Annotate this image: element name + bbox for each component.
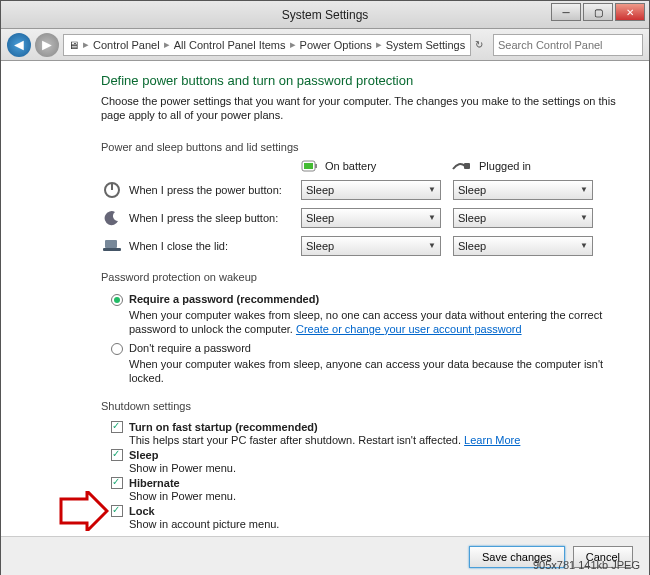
power-icon xyxy=(101,179,123,201)
minimize-button[interactable]: ─ xyxy=(551,3,581,21)
svg-rect-3 xyxy=(464,163,470,169)
breadcrumb-item[interactable]: All Control Panel Items xyxy=(174,39,286,51)
moon-icon xyxy=(101,207,123,229)
lid-plugged-dropdown[interactable]: Sleep▼ xyxy=(453,236,593,256)
power-plugged-dropdown[interactable]: Sleep▼ xyxy=(453,180,593,200)
content-pane: Define power buttons and turn on passwor… xyxy=(1,61,649,536)
require-password-desc: When your computer wakes from sleep, no … xyxy=(129,308,631,337)
radio-no-password[interactable] xyxy=(111,343,123,355)
link-change-password[interactable]: Create or change your user account passw… xyxy=(296,323,522,335)
section-shutdown: Shutdown settings xyxy=(101,400,631,412)
plug-icon xyxy=(451,159,473,173)
sleep-plugged-dropdown[interactable]: Sleep▼ xyxy=(453,208,593,228)
svg-rect-7 xyxy=(103,248,121,251)
row-lid-close: When I close the lid: Sleep▼ Sleep▼ xyxy=(101,235,631,257)
close-button[interactable]: ✕ xyxy=(615,3,645,21)
breadcrumb-item[interactable]: Control Panel xyxy=(93,39,160,51)
check-sleep[interactable] xyxy=(111,449,123,461)
svg-rect-2 xyxy=(315,164,317,168)
page-title: Define power buttons and turn on passwor… xyxy=(101,73,631,88)
link-learn-more[interactable]: Learn More xyxy=(464,434,520,446)
column-plugged-in: Plugged in xyxy=(451,159,601,173)
forward-button[interactable]: ► xyxy=(35,33,59,57)
power-battery-dropdown[interactable]: Sleep▼ xyxy=(301,180,441,200)
svg-rect-6 xyxy=(105,240,117,248)
image-meta: 905x781 141kb JPEG xyxy=(533,559,640,571)
svg-rect-1 xyxy=(304,163,313,169)
no-password-desc: When your computer wakes from sleep, any… xyxy=(129,357,631,386)
check-hibernate[interactable] xyxy=(111,477,123,489)
section-power-buttons: Power and sleep buttons and lid settings xyxy=(101,141,631,153)
lid-battery-dropdown[interactable]: Sleep▼ xyxy=(301,236,441,256)
back-button[interactable]: ◄ xyxy=(7,33,31,57)
laptop-icon xyxy=(101,235,123,257)
row-power-button: When I press the power button: Sleep▼ Sl… xyxy=(101,179,631,201)
check-fast-startup[interactable] xyxy=(111,421,123,433)
page-description: Choose the power settings that you want … xyxy=(101,94,631,123)
computer-icon: 🖥 xyxy=(68,39,79,51)
titlebar: System Settings ─ ▢ ✕ xyxy=(1,1,649,29)
refresh-icon[interactable]: ↻ xyxy=(475,39,483,50)
radio-require-password[interactable] xyxy=(111,294,123,306)
section-password: Password protection on wakeup xyxy=(101,271,631,283)
sleep-battery-dropdown[interactable]: Sleep▼ xyxy=(301,208,441,228)
breadcrumb-item[interactable]: System Settings xyxy=(386,39,465,51)
navbar: ◄ ► 🖥 ▸ Control Panel ▸ All Control Pane… xyxy=(1,29,649,61)
breadcrumb[interactable]: 🖥 ▸ Control Panel ▸ All Control Panel It… xyxy=(63,34,471,56)
row-sleep-button: When I press the sleep button: Sleep▼ Sl… xyxy=(101,207,631,229)
search-input[interactable] xyxy=(493,34,643,56)
battery-icon xyxy=(301,159,319,173)
column-on-battery: On battery xyxy=(301,159,451,173)
maximize-button[interactable]: ▢ xyxy=(583,3,613,21)
breadcrumb-item[interactable]: Power Options xyxy=(300,39,372,51)
check-lock[interactable] xyxy=(111,505,123,517)
